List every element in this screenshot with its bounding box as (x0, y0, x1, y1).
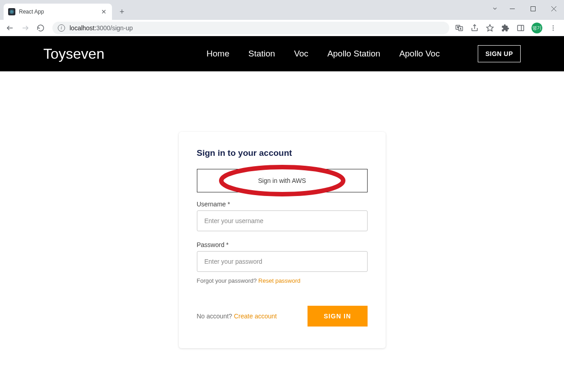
new-tab-button[interactable]: + (116, 5, 128, 18)
nav-link-home[interactable]: Home (206, 49, 229, 59)
react-favicon-icon (8, 8, 15, 15)
password-input[interactable] (197, 251, 368, 272)
nav-link-apollo-station[interactable]: Apollo Station (327, 49, 380, 59)
create-account-link[interactable]: Create account (234, 313, 277, 320)
username-label: Username * (197, 201, 368, 208)
username-input[interactable] (197, 210, 368, 231)
no-account-text: No account? (197, 313, 234, 320)
card-title: Sign in to your account (197, 148, 368, 158)
side-panel-icon[interactable] (516, 23, 525, 33)
browser-toolbar: i localhost:3000/sign-up 명기 (0, 20, 564, 36)
bookmark-star-icon[interactable] (485, 23, 494, 33)
nav-link-apollo-voc[interactable]: Apollo Voc (399, 49, 440, 59)
nav-link-voc[interactable]: Voc (294, 49, 308, 59)
signin-card: Sign in to your account Sign in with AWS… (179, 132, 386, 348)
no-account-row: No account? Create account (197, 313, 277, 320)
extensions-icon[interactable] (501, 23, 510, 33)
tabs-dropdown-icon[interactable] (492, 5, 498, 14)
nav-link-station[interactable]: Station (248, 49, 275, 59)
site-logo[interactable]: Toyseven (43, 46, 104, 62)
sign-up-button[interactable]: SIGN UP (478, 45, 521, 62)
page-viewport: Toyseven Home Station Voc Apollo Station… (0, 36, 564, 392)
sign-in-with-aws-button[interactable]: Sign in with AWS (197, 169, 368, 192)
main-content: Sign in to your account Sign in with AWS… (0, 71, 564, 348)
reset-password-link[interactable]: Reset password (258, 277, 300, 284)
window-close-icon[interactable] (543, 0, 564, 17)
nav-back-icon[interactable] (4, 22, 16, 34)
svg-point-16 (553, 25, 554, 26)
sign-in-button[interactable]: SIGN IN (308, 306, 368, 327)
svg-point-17 (553, 27, 554, 28)
svg-rect-14 (517, 25, 524, 31)
profile-avatar[interactable]: 명기 (531, 23, 542, 33)
browser-title-bar: React App ✕ + (0, 0, 564, 20)
tab-close-icon[interactable]: ✕ (100, 8, 107, 15)
site-header: Toyseven Home Station Voc Apollo Station… (0, 36, 564, 71)
site-info-icon[interactable]: i (58, 24, 65, 32)
main-nav: Home Station Voc Apollo Station Apollo V… (206, 45, 521, 62)
browser-menu-icon[interactable] (549, 23, 558, 33)
svg-point-18 (553, 29, 554, 30)
address-bar[interactable]: i localhost:3000/sign-up (52, 22, 449, 34)
share-icon[interactable] (470, 23, 479, 33)
tab-title: React App (19, 9, 97, 15)
nav-forward-icon[interactable] (19, 22, 32, 34)
url-text: localhost:3000/sign-up (70, 24, 133, 32)
svg-point-0 (11, 11, 12, 12)
translate-icon[interactable] (455, 23, 464, 33)
password-label: Password * (197, 241, 368, 248)
forgot-password-text: Forgot your password? (197, 277, 259, 284)
card-footer: No account? Create account SIGN IN (197, 306, 368, 327)
browser-tab[interactable]: React App ✕ (4, 4, 112, 20)
forgot-password-row: Forgot your password? Reset password (197, 277, 368, 284)
svg-marker-13 (487, 24, 494, 31)
window-minimize-icon[interactable] (502, 0, 522, 17)
svg-rect-5 (531, 6, 535, 11)
aws-button-label: Sign in with AWS (258, 177, 306, 184)
reload-icon[interactable] (34, 22, 47, 34)
window-maximize-icon[interactable] (522, 0, 543, 17)
